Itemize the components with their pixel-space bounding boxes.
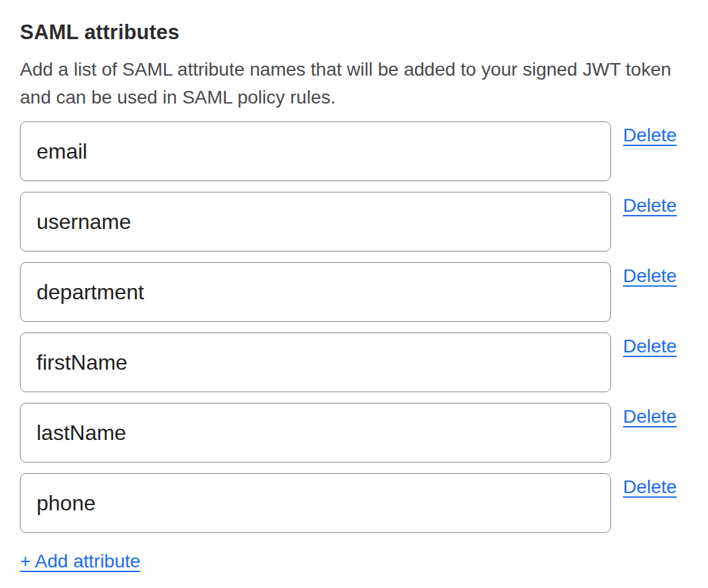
attribute-row: Delete — [20, 473, 688, 533]
attribute-input[interactable] — [20, 473, 611, 533]
attribute-row: Delete — [20, 262, 688, 322]
delete-attribute-link[interactable]: Delete — [623, 405, 677, 428]
attribute-input[interactable] — [20, 403, 611, 463]
attribute-input[interactable] — [20, 262, 611, 322]
add-attribute-link[interactable]: + Add attribute — [20, 550, 140, 573]
delete-attribute-link[interactable]: Delete — [623, 124, 677, 147]
attribute-row: Delete — [20, 403, 688, 463]
section-description: Add a list of SAML attribute names that … — [20, 56, 688, 111]
section-title: SAML attributes — [20, 20, 688, 45]
attribute-row: Delete — [20, 192, 688, 252]
attribute-input[interactable] — [20, 192, 611, 252]
delete-attribute-link[interactable]: Delete — [623, 476, 677, 498]
attribute-input[interactable] — [20, 332, 611, 392]
delete-attribute-link[interactable]: Delete — [623, 265, 677, 287]
delete-attribute-link[interactable]: Delete — [623, 194, 677, 217]
attribute-row: Delete — [20, 332, 688, 392]
saml-attributes-section: SAML attributes Add a list of SAML attri… — [0, 0, 708, 573]
attribute-input[interactable] — [20, 121, 611, 181]
delete-attribute-link[interactable]: Delete — [623, 335, 677, 358]
attribute-list: Delete Delete Delete Delete Delete Delet… — [20, 121, 688, 533]
attribute-row: Delete — [20, 121, 688, 181]
